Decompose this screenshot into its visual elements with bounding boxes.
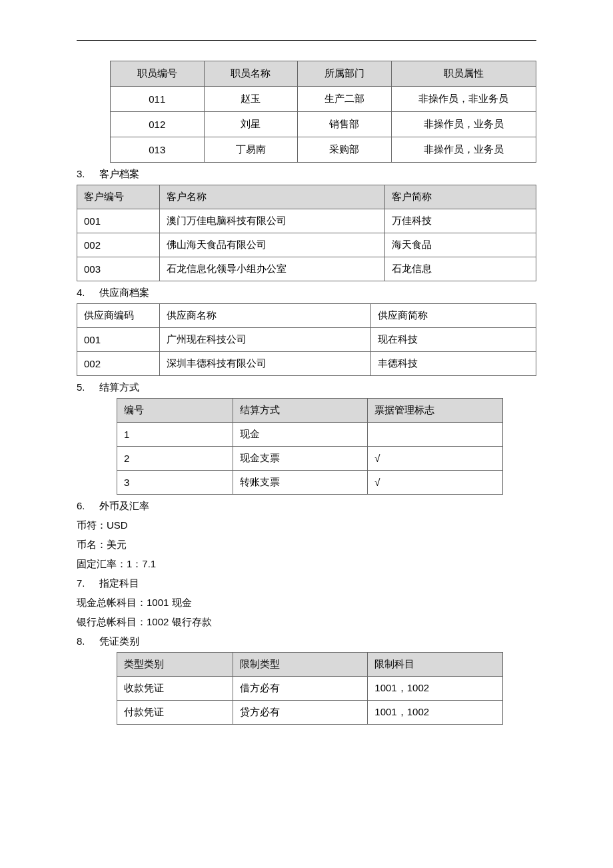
col-header: 类型类别 [117, 653, 233, 677]
table-row: 3 转账支票 √ [117, 471, 503, 495]
cell: 非操作员，业务员 [391, 137, 536, 163]
table-row: 1 现金 [117, 423, 503, 447]
col-header: 职员属性 [391, 61, 536, 87]
voucher-table: 类型类别 限制类型 限制科目 收款凭证 借方必有 1001，1002 付款凭证 … [117, 652, 503, 725]
section-heading-3: 3. 客户档案 [77, 168, 536, 181]
cash-account-line: 现金总帐科目：1001 现金 [77, 597, 536, 609]
cell: 付款凭证 [117, 701, 233, 725]
cell: 广州现在科技公司 [160, 328, 371, 352]
table-row: 011 赵玉 生产二部 非操作员，非业务员 [111, 87, 536, 112]
cell: 深圳丰德科技有限公司 [160, 352, 371, 376]
cell: 1 [117, 423, 233, 447]
cell: 2 [117, 447, 233, 471]
cell: √ [368, 447, 503, 471]
cell: 万佳科技 [384, 209, 536, 233]
fixed-rate-line: 固定汇率：1：7.1 [77, 558, 536, 571]
table-header-row: 编号 结算方式 票据管理标志 [117, 399, 503, 423]
cell [368, 423, 503, 447]
table-row: 002 深圳丰德科技有限公司 丰德科技 [77, 352, 536, 376]
section-title: 供应商档案 [99, 287, 149, 298]
cell: 赵玉 [204, 87, 298, 112]
section-number: 6. [77, 500, 97, 511]
section-number: 5. [77, 381, 97, 393]
section-title: 结算方式 [99, 381, 139, 393]
col-header: 所属部门 [298, 61, 392, 87]
section-heading-8: 8. 凭证类别 [77, 635, 536, 648]
settlement-table: 编号 结算方式 票据管理标志 1 现金 2 现金支票 √ 3 转账支票 √ [117, 398, 503, 495]
cell: 013 [111, 137, 205, 163]
table-row: 001 广州现在科技公司 现在科技 [77, 328, 536, 352]
section-heading-6: 6. 外币及汇率 [77, 500, 536, 513]
cell: 刘星 [204, 112, 298, 137]
table-header-row: 供应商编码 供应商名称 供应商简称 [77, 304, 536, 328]
cell: 001 [77, 328, 160, 352]
cell: 石龙信息 [384, 257, 536, 281]
section-number: 4. [77, 287, 97, 298]
cell: 002 [77, 233, 160, 257]
col-header: 职员编号 [111, 61, 205, 87]
section-title: 外币及汇率 [99, 500, 149, 511]
table-header-row: 职员编号 职员名称 所属部门 职员属性 [111, 61, 536, 87]
table-row: 012 刘星 销售部 非操作员，业务员 [111, 112, 536, 137]
table-header-row: 类型类别 限制类型 限制科目 [117, 653, 503, 677]
cell: 1001，1002 [368, 701, 503, 725]
section-title: 客户档案 [99, 168, 139, 179]
cell: 佛山海天食品有限公司 [160, 233, 385, 257]
col-header: 客户简称 [384, 185, 536, 209]
page-header-divider [77, 40, 536, 41]
col-header: 编号 [117, 399, 233, 423]
cell: 011 [111, 87, 205, 112]
cell: 012 [111, 112, 205, 137]
cell: 采购部 [298, 137, 392, 163]
cell: 现金 [233, 423, 368, 447]
currency-symbol-line: 币符：USD [77, 519, 536, 532]
col-header: 供应商编码 [77, 304, 160, 328]
cell: 非操作员，业务员 [391, 112, 536, 137]
cell: 丰德科技 [370, 352, 536, 376]
cell: 现金支票 [233, 447, 368, 471]
section-number: 3. [77, 168, 97, 179]
cell: √ [368, 471, 503, 495]
cell: 非操作员，非业务员 [391, 87, 536, 112]
cell: 收款凭证 [117, 677, 233, 701]
bank-account-line: 银行总帐科目：1002 银行存款 [77, 616, 536, 629]
table-row: 收款凭证 借方必有 1001，1002 [117, 677, 503, 701]
cell: 001 [77, 209, 160, 233]
table-row: 2 现金支票 √ [117, 447, 503, 471]
employee-table: 职员编号 职员名称 所属部门 职员属性 011 赵玉 生产二部 非操作员，非业务… [110, 61, 536, 163]
table-row: 001 澳门万佳电脑科技有限公司 万佳科技 [77, 209, 536, 233]
customer-table: 客户编号 客户名称 客户简称 001 澳门万佳电脑科技有限公司 万佳科技 002… [77, 185, 536, 281]
section-title: 指定科目 [99, 577, 139, 589]
cell: 003 [77, 257, 160, 281]
section-heading-5: 5. 结算方式 [77, 381, 536, 394]
section-number: 8. [77, 635, 97, 647]
cell: 生产二部 [298, 87, 392, 112]
table-row: 003 石龙信息化领导小组办公室 石龙信息 [77, 257, 536, 281]
cell: 贷方必有 [233, 701, 368, 725]
cell: 澳门万佳电脑科技有限公司 [160, 209, 385, 233]
table-row: 002 佛山海天食品有限公司 海天食品 [77, 233, 536, 257]
col-header: 客户编号 [77, 185, 160, 209]
cell: 现在科技 [370, 328, 536, 352]
col-header: 职员名称 [204, 61, 298, 87]
supplier-table: 供应商编码 供应商名称 供应商简称 001 广州现在科技公司 现在科技 002 … [77, 303, 536, 376]
col-header: 限制科目 [368, 653, 503, 677]
table-header-row: 客户编号 客户名称 客户简称 [77, 185, 536, 209]
col-header: 供应商简称 [370, 304, 536, 328]
cell: 1001，1002 [368, 677, 503, 701]
section-number: 7. [77, 577, 97, 589]
col-header: 客户名称 [160, 185, 385, 209]
col-header: 供应商名称 [160, 304, 371, 328]
cell: 海天食品 [384, 233, 536, 257]
cell: 借方必有 [233, 677, 368, 701]
cell: 002 [77, 352, 160, 376]
cell: 销售部 [298, 112, 392, 137]
cell: 转账支票 [233, 471, 368, 495]
currency-name-line: 币名：美元 [77, 539, 536, 551]
table-row: 付款凭证 贷方必有 1001，1002 [117, 701, 503, 725]
col-header: 限制类型 [233, 653, 368, 677]
cell: 丁易南 [204, 137, 298, 163]
table-row: 013 丁易南 采购部 非操作员，业务员 [111, 137, 536, 163]
col-header: 结算方式 [233, 399, 368, 423]
cell: 石龙信息化领导小组办公室 [160, 257, 385, 281]
